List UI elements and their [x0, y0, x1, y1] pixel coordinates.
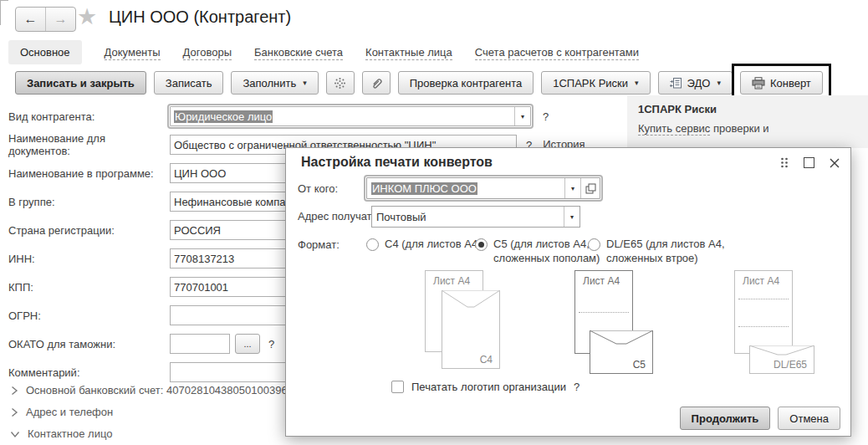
field-label-comment: Комментарий: [8, 366, 170, 379]
attachments-button[interactable] [362, 71, 391, 95]
envelope-label: DL/E65 [774, 359, 807, 371]
section-address-phone[interactable]: Адрес и телефон [10, 406, 113, 418]
cancel-button[interactable]: Отмена [778, 407, 840, 430]
field-text: ЦИН ООО [174, 167, 226, 180]
chevron-right-icon [10, 407, 18, 417]
toolbar: Записать и закрыть Записать Заполнить ▾ [15, 71, 823, 95]
radio-icon [366, 238, 379, 251]
dotted-star-icon [333, 76, 347, 90]
dropdown-arrow-icon[interactable]: ▾ [514, 107, 530, 125]
tab-settlement-accounts[interactable]: Счета расчетов с контрагентами [475, 46, 639, 59]
envelope-dl-e65-preview: DL/E65 [749, 345, 814, 374]
radio-c4[interactable]: C4 (для листов A4) [366, 237, 483, 251]
field-label-kpp: КПП: [8, 281, 170, 294]
edo-button[interactable]: ЭДО ▾ [658, 71, 733, 95]
field-label-ogrn: ОГРН: [8, 309, 170, 322]
from-combobox[interactable]: ИНКОМ ПЛЮС ООО ▾ [366, 177, 600, 199]
field-label-program-name: Наименование в программе: [8, 167, 170, 180]
chevron-down-icon: ▾ [717, 79, 721, 87]
radio-icon [588, 238, 600, 251]
favorites-star-icon[interactable]: ★ [77, 3, 97, 30]
okato-picker-button[interactable]: ... [235, 334, 260, 354]
field-label-inn: ИНН: [8, 253, 170, 265]
page-title: ЦИН ООО (Контрагент) [109, 8, 291, 27]
help-icon[interactable]: ? [574, 381, 580, 393]
chevron-down-icon: ▾ [635, 79, 639, 87]
window-edge-fragment [0, 0, 8, 25]
chevron-down-icon [10, 430, 20, 438]
help-icon[interactable]: ? [543, 110, 549, 123]
sheet-a4-preview-dl: Лист A4 [734, 270, 793, 354]
save-and-close-button[interactable]: Записать и закрыть [15, 71, 146, 95]
tab-contact-persons[interactable]: Контактные лица [365, 46, 452, 59]
envelope-c5-preview: C5 [590, 330, 653, 374]
field-text: 7708137213 [174, 253, 234, 265]
from-label: От кого: [298, 182, 338, 195]
maximize-icon [804, 157, 814, 168]
sheet-label: Лист A4 [583, 275, 620, 287]
continue-button[interactable]: Продолжить [680, 407, 771, 430]
counterparty-service-button[interactable] [326, 71, 355, 95]
checkbox-icon [391, 381, 404, 393]
forward-arrow-icon: → [54, 12, 68, 27]
dropdown-arrow-icon[interactable]: ▾ [564, 207, 580, 227]
buy-service-link[interactable]: Купить сервис [638, 122, 710, 136]
radio-dl-e65[interactable]: DL/E65 (для листов A4, сложенных втрое) [588, 237, 730, 265]
more-menu-button[interactable] [779, 156, 789, 169]
chevron-down-icon: ▾ [303, 79, 307, 87]
save-button[interactable]: Записать [154, 71, 224, 95]
check-counterparty-button[interactable]: Проверка контрагента [398, 71, 534, 95]
tab-bank-accounts[interactable]: Банковские счета [254, 46, 343, 59]
counterparty-form-window: ← → ★ ЦИН ООО (Контрагент) Основное Доку… [0, 0, 868, 445]
field-label-group: В группе: [8, 196, 170, 208]
open-button[interactable] [580, 178, 600, 198]
dropdown-arrow-icon[interactable]: ▾ [564, 178, 580, 198]
sheet-label: Лист A4 [433, 275, 470, 287]
radio-label: C4 (для листов A4) [385, 237, 482, 251]
radio-c5[interactable]: C5 (для листов A4, сложенных пополам) [475, 237, 600, 265]
format-label: Формат: [298, 238, 340, 251]
selected-text: Почтовый [372, 207, 564, 227]
spark-panel-title: 1СПАРК Риски [638, 103, 857, 115]
radio-label: C5 (для листов A4, сложенных пополам) [493, 237, 600, 265]
maximize-button[interactable] [804, 157, 814, 168]
radio-label: DL/E65 (для листов A4, сложенных втрое) [606, 237, 730, 265]
section-text: Адрес и телефон [26, 406, 113, 418]
nav-button-group: ← → [15, 7, 76, 32]
edo-document-exchange-icon [670, 77, 682, 90]
field-label-kind: Вид контрагента: [8, 110, 170, 123]
print-logo-checkbox[interactable]: Печатать логотип организации ? [391, 381, 580, 393]
back-arrow-icon: ← [24, 12, 38, 27]
open-icon [585, 183, 596, 194]
section-text: Контактное лицо [28, 427, 112, 440]
sheet-label: Лист A4 [743, 275, 779, 287]
section-main-bank-account[interactable]: Основной банковский счет: 40702810438050… [10, 384, 290, 396]
field-text: Нефинансовые компан [174, 196, 292, 208]
close-icon [829, 157, 840, 169]
forward-button[interactable]: → [46, 8, 75, 31]
envelope-print-dialog: Настройка печати конвертов [285, 147, 851, 437]
tab-main[interactable]: Основное [8, 40, 82, 64]
selected-text: ИНКОМ ПЛЮС ООО [371, 182, 477, 195]
help-icon[interactable]: ? [268, 338, 274, 350]
okato-input[interactable] [170, 334, 230, 354]
dialog-title: Настройка печати конвертов [301, 155, 493, 170]
counterparty-kind-combobox[interactable]: Юридическое лицо ▾ [170, 106, 531, 126]
selected-text: Юридическое лицо [174, 110, 273, 123]
back-button[interactable]: ← [16, 8, 46, 31]
tab-contracts[interactable]: Договоры [183, 46, 232, 59]
spark-risks-button[interactable]: 1СПАРК Риски ▾ [541, 71, 650, 95]
tab-documents[interactable]: Документы [105, 46, 161, 59]
envelope-button[interactable]: Конверт [740, 71, 823, 95]
spark-panel-text-rest: проверки и [713, 122, 769, 135]
recipient-address-combobox[interactable]: Почтовый ▾ [371, 206, 580, 228]
paperclip-icon [370, 76, 383, 90]
section-contact-person[interactable]: Контактное лицо [10, 427, 112, 440]
envelope-label: C4 [480, 354, 493, 366]
envelope-label: C5 [633, 359, 646, 371]
spark-risks-panel: 1СПАРК Риски Купить сервис проверки и [627, 95, 868, 148]
fill-button[interactable]: Заполнить ▾ [231, 71, 318, 95]
checkbox-label: Печатать логотип организации [411, 381, 566, 393]
close-button[interactable] [829, 157, 840, 169]
field-label-okato: ОКАТО для таможни: [8, 338, 170, 350]
